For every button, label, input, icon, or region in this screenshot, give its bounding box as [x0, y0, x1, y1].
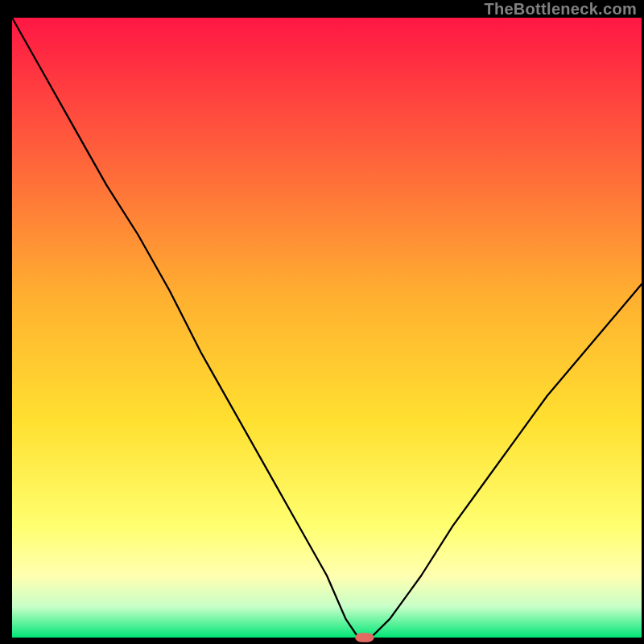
- minimum-marker: [355, 633, 374, 642]
- plot-area: [12, 18, 642, 638]
- bottleneck-chart: [0, 0, 644, 644]
- watermark-text: TheBottleneck.com: [484, 0, 637, 19]
